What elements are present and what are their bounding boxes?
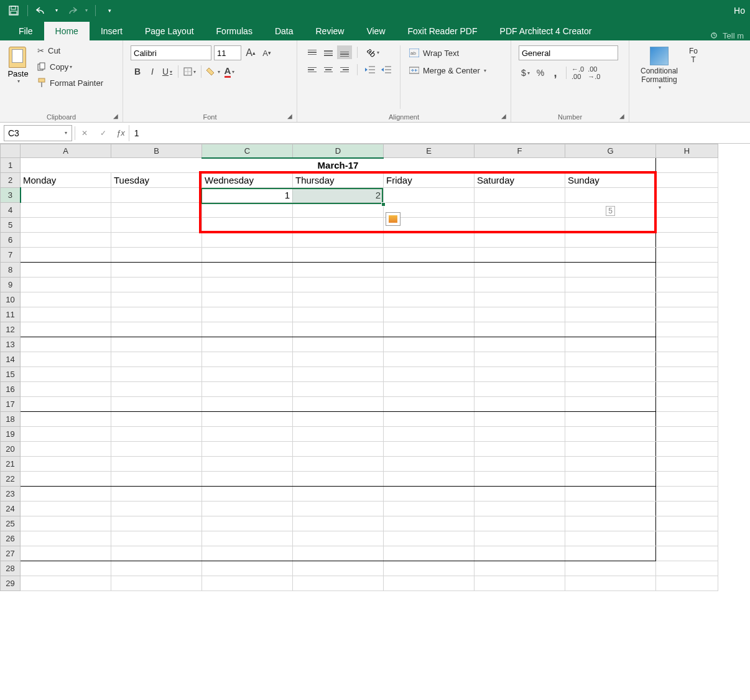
cell-h23[interactable] (656, 487, 718, 502)
cell-c27[interactable] (202, 546, 293, 561)
conditional-formatting-button[interactable]: Conditional Formatting ▾ (634, 45, 684, 118)
cell-a14[interactable] (21, 352, 111, 367)
row-header-21[interactable]: 21 (1, 457, 21, 472)
cell-c17[interactable] (202, 397, 293, 412)
cell-b17[interactable] (111, 397, 202, 412)
spreadsheet[interactable]: A B C D E F G H 1 March-17 2 Monday Tues… (0, 144, 750, 591)
cell-b2[interactable]: Tuesday (111, 173, 202, 188)
cell-c25[interactable] (202, 516, 293, 531)
fx-icon[interactable]: ƒx (113, 128, 129, 138)
cell-c20[interactable] (202, 442, 293, 457)
cell-e6[interactable] (384, 233, 475, 248)
cell-c12[interactable] (202, 322, 293, 337)
cell-d10[interactable] (293, 292, 384, 307)
tell-me-search[interactable]: Tell m (704, 31, 750, 40)
cell-f21[interactable] (475, 457, 565, 472)
cell-h4[interactable] (656, 203, 718, 218)
cell-d28[interactable] (293, 561, 384, 576)
cell-d19[interactable] (293, 427, 384, 442)
format-paint-button[interactable]: Format Painter (35, 75, 106, 90)
cell-b5[interactable] (111, 218, 202, 233)
cell-c28[interactable] (202, 561, 293, 576)
cell-a5[interactable] (21, 218, 111, 233)
name-box[interactable] (4, 125, 72, 141)
cell-h22[interactable] (656, 472, 718, 487)
cell-a12[interactable] (21, 322, 111, 337)
cell-b3[interactable] (111, 188, 202, 203)
cell-c8[interactable] (202, 263, 293, 278)
cell-g12[interactable] (565, 322, 656, 337)
cell-h6[interactable] (656, 233, 718, 248)
cell-g13[interactable] (565, 337, 656, 352)
cell-h1[interactable] (656, 158, 718, 173)
cell-h26[interactable] (656, 531, 718, 546)
cell-g6[interactable] (565, 233, 656, 248)
cell-g25[interactable] (565, 516, 656, 531)
cell-d2[interactable]: Thursday (293, 173, 384, 188)
cell-b26[interactable] (111, 531, 202, 546)
row-header-1[interactable]: 1 (1, 158, 21, 173)
cell-g16[interactable] (565, 382, 656, 397)
cell-b16[interactable] (111, 382, 202, 397)
cell-g17[interactable] (565, 397, 656, 412)
cell-g19[interactable] (565, 427, 656, 442)
cell-g26[interactable] (565, 531, 656, 546)
cell-a23[interactable] (21, 487, 111, 502)
cell-h17[interactable] (656, 397, 718, 412)
row-header-8[interactable]: 8 (1, 263, 21, 278)
cell-b23[interactable] (111, 487, 202, 502)
cell-g29[interactable] (565, 576, 656, 591)
row-header-18[interactable]: 18 (1, 412, 21, 427)
row-header-25[interactable]: 25 (1, 516, 21, 531)
col-header-g[interactable]: G (565, 144, 656, 158)
align-left-button[interactable] (305, 63, 320, 77)
cell-h11[interactable] (656, 307, 718, 322)
cell-d17[interactable] (293, 397, 384, 412)
cell-c9[interactable] (202, 278, 293, 292)
row-header-17[interactable]: 17 (1, 397, 21, 412)
cell-f11[interactable] (475, 307, 565, 322)
cell-a9[interactable] (21, 278, 111, 292)
tab-insert[interactable]: Insert (90, 22, 134, 40)
cell-e23[interactable] (384, 487, 475, 502)
underline-button[interactable]: U▾ (160, 64, 174, 79)
cell-h5[interactable] (656, 218, 718, 233)
cell-h13[interactable] (656, 337, 718, 352)
cell-f3[interactable] (475, 188, 565, 203)
font-launcher[interactable]: ◢ (287, 113, 295, 120)
font-name-select[interactable] (131, 45, 211, 60)
decr-indent-button[interactable] (363, 63, 377, 77)
cell-e20[interactable] (384, 442, 475, 457)
percent-button[interactable]: % (534, 65, 547, 80)
cell-h8[interactable] (656, 263, 718, 278)
cell-e14[interactable] (384, 352, 475, 367)
cell-h3[interactable] (656, 188, 718, 203)
cell-g24[interactable] (565, 502, 656, 516)
format-table-button[interactable]: Fo T (684, 45, 703, 118)
cell-d21[interactable] (293, 457, 384, 472)
cell-f26[interactable] (475, 531, 565, 546)
cell-d3[interactable]: 2 (293, 188, 384, 203)
cell-b8[interactable] (111, 263, 202, 278)
cell-f6[interactable] (475, 233, 565, 248)
cell-d13[interactable] (293, 337, 384, 352)
row-header-23[interactable]: 23 (1, 487, 21, 502)
row-header-14[interactable]: 14 (1, 352, 21, 367)
tab-file[interactable]: File (7, 22, 44, 40)
cell-b12[interactable] (111, 322, 202, 337)
cell-a29[interactable] (21, 576, 111, 591)
cell-g14[interactable] (565, 352, 656, 367)
cell-c5[interactable] (202, 218, 293, 233)
row-header-28[interactable]: 28 (1, 561, 21, 576)
cell-b22[interactable] (111, 472, 202, 487)
row-header-19[interactable]: 19 (1, 427, 21, 442)
cell-e29[interactable] (384, 576, 475, 591)
cell-c16[interactable] (202, 382, 293, 397)
row-header-6[interactable]: 6 (1, 233, 21, 248)
col-header-d[interactable]: D (293, 144, 384, 158)
cell-g8[interactable] (565, 263, 656, 278)
row-header-26[interactable]: 26 (1, 531, 21, 546)
merge-center-button[interactable]: Merge & Center ▾ (407, 63, 489, 78)
cell-g18[interactable] (565, 412, 656, 427)
cell-e3[interactable] (384, 188, 475, 203)
